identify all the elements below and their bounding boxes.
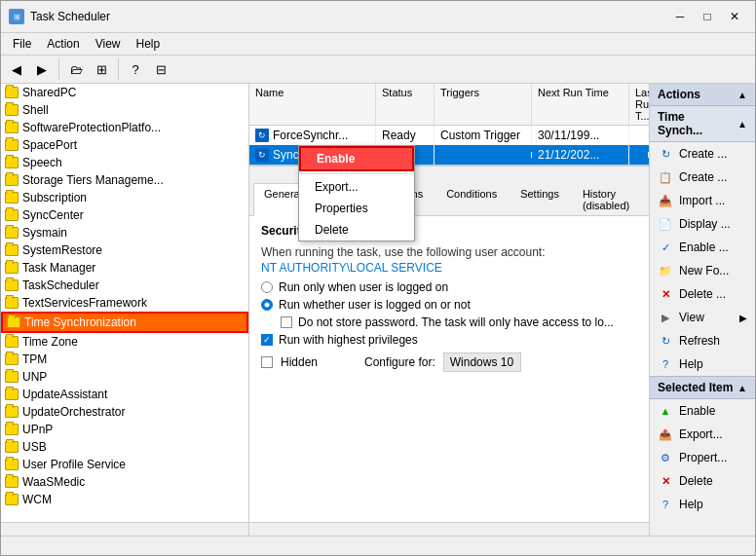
task-icon-1: ↻: [255, 129, 269, 142]
configure-value[interactable]: Windows 10: [443, 352, 521, 372]
radio-btn-1[interactable]: [261, 281, 273, 293]
ctx-properties[interactable]: Properties: [299, 198, 414, 219]
toolbar-folder-button[interactable]: 🗁: [64, 58, 88, 80]
export-selected-icon: 📤: [658, 426, 673, 442]
task-icon-2: ↻: [255, 148, 269, 162]
tree-item-timezone[interactable]: Time Zone: [1, 333, 248, 351]
radio-btn-2[interactable]: [261, 299, 273, 311]
right-new-folder[interactable]: 📁 New Fo...: [650, 259, 755, 282]
right-refresh[interactable]: ↻ Refresh: [650, 329, 755, 352]
task-next-run-2: 21/12/202...: [532, 145, 629, 165]
radio-logged-on-only[interactable]: Run only when user is logged on: [261, 280, 637, 294]
tree-item-synccenter[interactable]: SyncCenter: [1, 206, 248, 224]
toolbar-back-button[interactable]: ◀: [5, 58, 28, 80]
tree-item-updateassistant[interactable]: UpdateAssistant: [1, 386, 248, 403]
view-arrow: ▶: [739, 313, 747, 323]
tree-item-storagetiers[interactable]: Storage Tiers Manageme...: [1, 171, 248, 189]
tree-item-sysmain[interactable]: Sysmain: [1, 224, 248, 241]
col-triggers[interactable]: Triggers: [435, 84, 532, 125]
hidden-checkbox[interactable]: [261, 356, 273, 368]
right-delete-selected[interactable]: ✕ Delete: [650, 469, 755, 493]
folder-icon: [5, 389, 19, 400]
right-enable[interactable]: ✓ Enable ...: [650, 236, 755, 259]
center-panel: Name Status Triggers Next Run Time Last …: [249, 84, 650, 536]
menu-action[interactable]: Action: [39, 35, 87, 53]
tree-item-softwareprot[interactable]: SoftwareProtectionPlatfo...: [1, 119, 248, 136]
display-label: Display ...: [679, 217, 731, 231]
task-triggers-2: [435, 152, 532, 158]
close-button[interactable]: ✕: [722, 7, 747, 26]
tree-item-systemrestore[interactable]: SystemRestore: [1, 241, 248, 259]
tree-item-spaceport[interactable]: SpacePort: [1, 136, 248, 154]
ctx-export[interactable]: Export...: [299, 176, 414, 198]
right-create-basic[interactable]: 📋 Create ...: [650, 166, 755, 189]
actions-header-label: Actions: [658, 88, 700, 101]
folder-icon: [5, 353, 19, 365]
tree-item-timesync[interactable]: Time Synchronization: [1, 312, 248, 333]
create-task-icon: ↻: [658, 146, 673, 162]
right-display[interactable]: 📄 Display ...: [650, 212, 755, 236]
checkbox-no-password[interactable]: Do not store password. The task will onl…: [281, 315, 637, 329]
ctx-delete[interactable]: Delete: [299, 219, 414, 241]
col-status[interactable]: Status: [376, 84, 435, 125]
detail-horiz-scrollbar[interactable]: [249, 522, 649, 536]
folder-icon: [5, 494, 19, 505]
tab-conditions[interactable]: Conditions: [435, 183, 508, 215]
menu-help[interactable]: Help: [129, 35, 169, 53]
folder-icon: [5, 227, 19, 239]
selected-item-label: Selected Item: [658, 381, 733, 394]
toolbar-collapse-button[interactable]: ⊟: [149, 58, 172, 80]
folder-icon: [5, 244, 19, 256]
col-last-run[interactable]: Last Run T...: [629, 84, 650, 125]
tree-item-upnp[interactable]: UPnP: [1, 421, 248, 438]
right-import[interactable]: 📥 Import ...: [650, 189, 755, 212]
toolbar-forward-button[interactable]: ▶: [30, 58, 54, 80]
hidden-label: Hidden: [281, 355, 318, 369]
right-properties[interactable]: ⚙ Propert...: [650, 446, 755, 469]
tree-item-textservices[interactable]: TextServicesFramework: [1, 294, 248, 312]
right-create-task[interactable]: ↻ Create ...: [650, 142, 755, 166]
tree-item-subscription[interactable]: Subscription: [1, 189, 248, 206]
tree-item-taskscheduler[interactable]: TaskScheduler: [1, 277, 248, 294]
checkbox-highest-priv[interactable]: ✓ Run with highest privileges: [261, 333, 637, 347]
toolbar-grid-button[interactable]: ⊞: [90, 58, 113, 80]
tree-item-tpm[interactable]: TPM: [1, 351, 248, 368]
tree-item-usb[interactable]: USB: [1, 438, 248, 456]
actions-chevron: ▲: [737, 90, 747, 100]
tree-item-sharedpc[interactable]: SharedPC: [1, 84, 248, 101]
tab-settings[interactable]: Settings: [510, 183, 570, 215]
menu-view[interactable]: View: [88, 35, 129, 53]
checkbox-highest-priv-box[interactable]: ✓: [261, 334, 273, 346]
tab-history[interactable]: History (disabled): [572, 183, 643, 215]
right-export-selected[interactable]: 📤 Export...: [650, 423, 755, 446]
tree-item-taskmanager[interactable]: Task Manager: [1, 259, 248, 277]
right-help-main[interactable]: ? Help: [650, 352, 755, 376]
table-header: Name Status Triggers Next Run Time Last …: [249, 84, 649, 126]
tree-item-shell[interactable]: Shell: [1, 101, 248, 119]
delete-folder-label: Delete ...: [679, 287, 726, 301]
radio-whether-logged-on[interactable]: Run whether user is logged on or not: [261, 298, 637, 312]
tree-item-speech[interactable]: Speech: [1, 154, 248, 171]
time-synch-label: Time Synch...: [658, 110, 732, 137]
tree-item-wcm[interactable]: WCM: [1, 491, 248, 508]
tree-item-updateorch[interactable]: UpdateOrchestrator: [1, 403, 248, 421]
tree-item-unp[interactable]: UNP: [1, 368, 248, 386]
title-bar-left: ⊞ Task Scheduler: [9, 9, 110, 24]
tree-item-userprofile[interactable]: User Profile Service: [1, 456, 248, 473]
when-running-text: When running the task, use the following…: [261, 245, 637, 259]
maximize-button[interactable]: □: [695, 7, 720, 26]
ctx-enable[interactable]: Enable: [299, 146, 414, 171]
right-delete-folder[interactable]: ✕ Delete ...: [650, 282, 755, 306]
menu-file[interactable]: File: [5, 35, 39, 53]
checkbox-no-password-box[interactable]: [281, 316, 292, 328]
minimize-button[interactable]: ─: [667, 7, 693, 26]
task-row-forcesync[interactable]: ↻ ForceSynchr... Ready Custom Trigger 30…: [249, 126, 649, 145]
right-help-selected[interactable]: ? Help: [650, 493, 755, 516]
col-name[interactable]: Name: [249, 84, 376, 125]
col-next-run[interactable]: Next Run Time: [532, 84, 629, 125]
right-view[interactable]: ▶ View ▶: [650, 306, 755, 329]
left-horiz-scrollbar[interactable]: [1, 522, 248, 536]
toolbar-help-button[interactable]: ?: [124, 58, 147, 80]
tree-item-waasmedic[interactable]: WaaSMedic: [1, 473, 248, 491]
right-enable-selected[interactable]: ▲ Enable: [650, 399, 755, 423]
